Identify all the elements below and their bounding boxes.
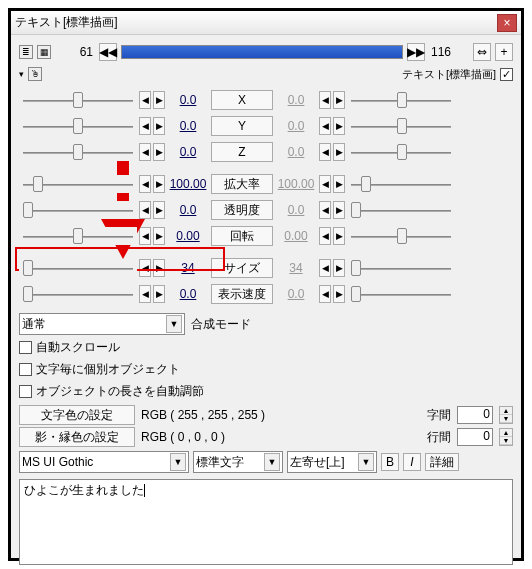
shadow-color-button[interactable]: 影・縁色の設定 bbox=[19, 427, 135, 447]
slider-left[interactable] bbox=[19, 227, 137, 245]
slider-right[interactable] bbox=[347, 285, 455, 303]
slider-right[interactable] bbox=[347, 201, 455, 219]
italic-button[interactable]: I bbox=[403, 453, 421, 471]
decrease-right-button[interactable]: ◀ bbox=[319, 259, 331, 277]
increase-left-button[interactable]: ▶ bbox=[153, 285, 165, 303]
decrease-right-button[interactable]: ◀ bbox=[319, 227, 331, 245]
value-right[interactable]: 0.0 bbox=[275, 203, 317, 217]
slider-left[interactable] bbox=[19, 201, 137, 219]
param-label-button[interactable]: 表示速度 bbox=[211, 284, 273, 304]
font-style-select[interactable]: 標準文字▼ bbox=[193, 451, 283, 473]
increase-right-button[interactable]: ▶ bbox=[333, 91, 345, 109]
decrease-right-button[interactable]: ◀ bbox=[319, 143, 331, 161]
decrease-right-button[interactable]: ◀ bbox=[319, 175, 331, 193]
slider-left[interactable] bbox=[19, 143, 137, 161]
value-right[interactable]: 100.00 bbox=[275, 177, 317, 191]
layer-icon[interactable]: ≣ bbox=[19, 45, 33, 59]
value-left[interactable]: 0.00 bbox=[167, 229, 209, 243]
increase-left-button[interactable]: ▶ bbox=[153, 91, 165, 109]
char-spacing-input[interactable]: 0 bbox=[457, 406, 493, 424]
text-color-button[interactable]: 文字色の設定 bbox=[19, 405, 135, 425]
value-left[interactable]: 0.0 bbox=[167, 93, 209, 107]
slider-left[interactable] bbox=[19, 117, 137, 135]
increase-right-button[interactable]: ▶ bbox=[333, 227, 345, 245]
param-label-button[interactable]: X bbox=[211, 90, 273, 110]
decrease-left-button[interactable]: ◀ bbox=[139, 201, 151, 219]
align-select[interactable]: 左寄せ[上]▼ bbox=[287, 451, 377, 473]
increase-right-button[interactable]: ▶ bbox=[333, 285, 345, 303]
slider-right[interactable] bbox=[347, 227, 455, 245]
decrease-right-button[interactable]: ◀ bbox=[319, 285, 331, 303]
char-spacing-spinner[interactable]: ▲▼ bbox=[499, 406, 513, 424]
value-left[interactable]: 0.0 bbox=[167, 203, 209, 217]
slider-left[interactable] bbox=[19, 91, 137, 109]
param-label-button[interactable]: 回転 bbox=[211, 226, 273, 246]
text-input[interactable]: ひよこが生まれました bbox=[19, 479, 513, 565]
per-char-checkbox[interactable] bbox=[19, 363, 32, 376]
param-label-button[interactable]: Y bbox=[211, 116, 273, 136]
slider-left[interactable] bbox=[19, 175, 137, 193]
enable-checkbox[interactable] bbox=[500, 68, 513, 81]
value-left[interactable]: 100.00 bbox=[167, 177, 209, 191]
value-left[interactable]: 0.0 bbox=[167, 145, 209, 159]
increase-right-button[interactable]: ▶ bbox=[333, 143, 345, 161]
param-label-button[interactable]: サイズ bbox=[211, 258, 273, 278]
value-left[interactable]: 0.0 bbox=[167, 287, 209, 301]
decrease-left-button[interactable]: ◀ bbox=[139, 175, 151, 193]
timeline-bar[interactable] bbox=[121, 45, 403, 59]
value-right[interactable]: 0.00 bbox=[275, 229, 317, 243]
slider-right[interactable] bbox=[347, 91, 455, 109]
value-right[interactable]: 0.0 bbox=[275, 287, 317, 301]
param-label-button[interactable]: Z bbox=[211, 142, 273, 162]
increase-right-button[interactable]: ▶ bbox=[333, 175, 345, 193]
decrease-left-button[interactable]: ◀ bbox=[139, 259, 151, 277]
increase-left-button[interactable]: ▶ bbox=[153, 117, 165, 135]
param-label-button[interactable]: 拡大率 bbox=[211, 174, 273, 194]
value-right[interactable]: 0.0 bbox=[275, 93, 317, 107]
value-right[interactable]: 0.0 bbox=[275, 145, 317, 159]
decrease-left-button[interactable]: ◀ bbox=[139, 117, 151, 135]
auto-length-checkbox[interactable] bbox=[19, 385, 32, 398]
blend-mode-select[interactable]: 通常 ▼ bbox=[19, 313, 185, 335]
decrease-left-button[interactable]: ◀ bbox=[139, 227, 151, 245]
detail-button[interactable]: 詳細 bbox=[425, 453, 459, 471]
decrease-left-button[interactable]: ◀ bbox=[139, 285, 151, 303]
dropdown-arrow-icon[interactable]: ▾ bbox=[19, 69, 24, 79]
line-spacing-spinner[interactable]: ▲▼ bbox=[499, 428, 513, 446]
font-select[interactable]: MS UI Gothic▼ bbox=[19, 451, 189, 473]
eye-icon[interactable]: ▦ bbox=[37, 45, 51, 59]
slider-right[interactable] bbox=[347, 117, 455, 135]
increase-right-button[interactable]: ▶ bbox=[333, 259, 345, 277]
increase-left-button[interactable]: ▶ bbox=[153, 201, 165, 219]
param-label-button[interactable]: 透明度 bbox=[211, 200, 273, 220]
expand-button[interactable]: ⇔ bbox=[473, 43, 491, 61]
decrease-right-button[interactable]: ◀ bbox=[319, 91, 331, 109]
slider-left[interactable] bbox=[19, 285, 137, 303]
value-right[interactable]: 0.0 bbox=[275, 119, 317, 133]
add-button[interactable]: + bbox=[495, 43, 513, 61]
increase-left-button[interactable]: ▶ bbox=[153, 259, 165, 277]
slider-right[interactable] bbox=[347, 143, 455, 161]
line-spacing-input[interactable]: 0 bbox=[457, 428, 493, 446]
slider-right[interactable] bbox=[347, 259, 455, 277]
decrease-right-button[interactable]: ◀ bbox=[319, 117, 331, 135]
slider-right[interactable] bbox=[347, 175, 455, 193]
increase-right-button[interactable]: ▶ bbox=[333, 201, 345, 219]
increase-left-button[interactable]: ▶ bbox=[153, 227, 165, 245]
slider-left[interactable] bbox=[19, 259, 137, 277]
decrease-left-button[interactable]: ◀ bbox=[139, 91, 151, 109]
decrease-left-button[interactable]: ◀ bbox=[139, 143, 151, 161]
seek-end-button[interactable]: ▶▶ bbox=[407, 43, 425, 61]
seek-start-button[interactable]: ◀◀ bbox=[99, 43, 117, 61]
increase-left-button[interactable]: ▶ bbox=[153, 175, 165, 193]
value-left[interactable]: 34 bbox=[167, 261, 209, 275]
increase-left-button[interactable]: ▶ bbox=[153, 143, 165, 161]
value-left[interactable]: 0.0 bbox=[167, 119, 209, 133]
value-right[interactable]: 34 bbox=[275, 261, 317, 275]
close-button[interactable]: × bbox=[497, 14, 517, 32]
increase-right-button[interactable]: ▶ bbox=[333, 117, 345, 135]
bold-button[interactable]: B bbox=[381, 453, 399, 471]
mouse-icon[interactable]: 🖱 bbox=[28, 67, 42, 81]
decrease-right-button[interactable]: ◀ bbox=[319, 201, 331, 219]
autoscroll-checkbox[interactable] bbox=[19, 341, 32, 354]
